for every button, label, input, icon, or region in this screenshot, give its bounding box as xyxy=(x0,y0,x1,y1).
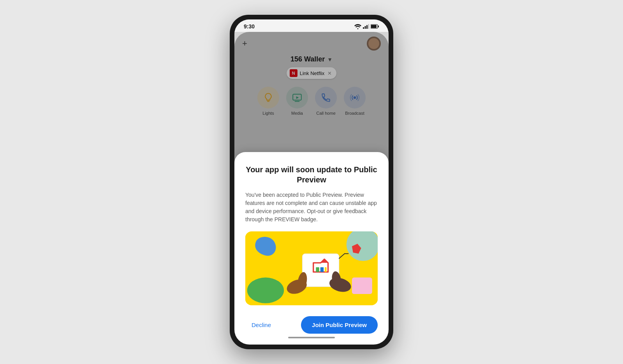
modal-buttons: Decline Join Public Preview xyxy=(245,316,378,334)
phone-screen: 9:30 xyxy=(234,19,389,345)
status-icons xyxy=(354,24,379,29)
join-preview-button[interactable]: Join Public Preview xyxy=(301,316,378,334)
svg-rect-3 xyxy=(366,25,368,29)
svg-point-13 xyxy=(247,278,284,303)
svg-rect-1 xyxy=(363,27,364,29)
status-bar: 9:30 xyxy=(234,19,389,32)
app-background: + 156 Waller ▼ N Link Netflix ✕ xyxy=(234,32,389,345)
wifi-icon xyxy=(354,24,361,29)
svg-rect-6 xyxy=(378,26,379,28)
home-indicator xyxy=(288,337,335,338)
decline-button[interactable]: Decline xyxy=(245,318,277,332)
preview-illustration xyxy=(245,231,378,305)
svg-rect-20 xyxy=(320,267,324,272)
modal-overlay: Your app will soon update to Public Prev… xyxy=(234,32,389,345)
svg-rect-7 xyxy=(371,25,377,28)
svg-rect-4 xyxy=(368,24,370,29)
svg-point-0 xyxy=(357,28,359,29)
svg-rect-19 xyxy=(316,267,319,272)
modal-sheet: Your app will soon update to Public Prev… xyxy=(234,152,389,345)
svg-rect-2 xyxy=(365,26,366,29)
svg-rect-21 xyxy=(325,267,327,272)
status-time: 9:30 xyxy=(244,23,255,30)
phone-frame: 9:30 xyxy=(230,15,393,349)
modal-body: You've been accepted to Public Preview. … xyxy=(245,191,378,224)
signal-icon xyxy=(363,24,369,29)
modal-title: Your app will soon update to Public Prev… xyxy=(245,164,378,185)
battery-icon xyxy=(371,24,379,29)
svg-rect-15 xyxy=(352,278,372,294)
